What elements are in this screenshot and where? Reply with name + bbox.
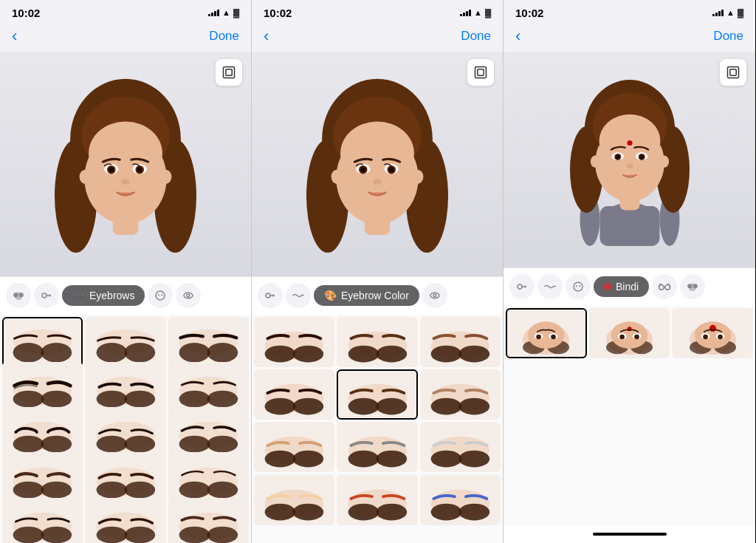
eyebrow-option-9[interactable] bbox=[2, 452, 83, 502]
tab-icon-monkey-3[interactable] bbox=[680, 274, 705, 299]
svg-point-56 bbox=[41, 481, 72, 498]
svg-point-68 bbox=[124, 527, 155, 543]
color-option-3[interactable] bbox=[254, 369, 334, 420]
done-button-1[interactable]: Done bbox=[209, 29, 239, 44]
color-option-10[interactable] bbox=[337, 474, 417, 525]
eyebrow-option-1[interactable] bbox=[85, 317, 165, 367]
svg-rect-72 bbox=[475, 67, 487, 78]
tab-icon-key-1[interactable] bbox=[34, 283, 59, 308]
svg-point-34 bbox=[179, 343, 210, 363]
status-time-3: 10:02 bbox=[515, 7, 543, 19]
eyebrow-option-7[interactable] bbox=[85, 407, 165, 457]
tab-icon-face-1[interactable] bbox=[148, 283, 173, 308]
avatar-area-1 bbox=[0, 52, 251, 276]
done-button-2[interactable]: Done bbox=[461, 29, 491, 44]
tab-icon-glasses-3[interactable] bbox=[652, 274, 677, 299]
tab-icon-eye-2[interactable] bbox=[422, 283, 447, 308]
svg-point-52 bbox=[179, 436, 210, 453]
eyebrow-svg-5 bbox=[173, 366, 244, 409]
tab-eyebrows-label: Eyebrows bbox=[89, 290, 134, 301]
tab-icon-face-3[interactable] bbox=[566, 274, 591, 299]
svg-point-152 bbox=[518, 284, 522, 289]
svg-point-15 bbox=[121, 179, 130, 185]
wifi-icon-1: ▲ bbox=[222, 8, 230, 17]
eyebrow-option-11[interactable] bbox=[168, 452, 249, 502]
eyebrow-option-0[interactable] bbox=[2, 317, 83, 367]
svg-point-106 bbox=[348, 398, 379, 415]
svg-rect-130 bbox=[730, 69, 736, 75]
svg-point-185 bbox=[703, 334, 708, 339]
back-button-1[interactable]: ‹ bbox=[12, 27, 17, 46]
eyebrow-option-2[interactable] bbox=[168, 317, 249, 367]
tab-icon-key-3[interactable] bbox=[509, 274, 535, 299]
tab-icon-eye-1[interactable] bbox=[176, 283, 201, 308]
color-option-6[interactable] bbox=[254, 422, 334, 472]
svg-point-53 bbox=[207, 436, 238, 453]
svg-point-186 bbox=[718, 334, 723, 339]
view-toggle-btn-1[interactable] bbox=[216, 59, 242, 86]
bindi-option-2[interactable] bbox=[672, 308, 753, 359]
color-option-5[interactable] bbox=[420, 369, 501, 420]
tab-icon-wave-3[interactable] bbox=[537, 274, 563, 299]
color-option-1[interactable] bbox=[337, 317, 417, 367]
eyebrow-option-8[interactable] bbox=[168, 407, 249, 457]
svg-point-104 bbox=[293, 398, 324, 415]
view-toggle-btn-3[interactable] bbox=[720, 59, 746, 86]
signal-icon-1 bbox=[208, 9, 219, 16]
svg-point-109 bbox=[431, 398, 462, 415]
svg-point-128 bbox=[458, 503, 489, 520]
color-option-0[interactable] bbox=[254, 317, 334, 367]
back-button-2[interactable]: ‹ bbox=[264, 27, 269, 46]
svg-rect-0 bbox=[224, 67, 235, 78]
svg-point-29 bbox=[41, 343, 72, 363]
eyebrow-option-10[interactable] bbox=[85, 452, 165, 502]
color-option-11[interactable] bbox=[420, 474, 501, 525]
eyebrow-option-5[interactable] bbox=[168, 362, 249, 412]
svg-point-112 bbox=[265, 451, 296, 468]
svg-point-118 bbox=[431, 451, 462, 468]
svg-rect-132 bbox=[599, 206, 659, 246]
bindi-option-1[interactable] bbox=[589, 308, 670, 359]
svg-point-164 bbox=[528, 321, 565, 349]
tab-icon-key-2[interactable] bbox=[258, 283, 283, 308]
avatar-2 bbox=[303, 75, 451, 253]
avatar-area-2 bbox=[252, 52, 503, 276]
color-option-2[interactable] bbox=[420, 317, 501, 367]
tab-bindi-active[interactable]: Bindi bbox=[594, 276, 649, 297]
view-toggle-btn-2[interactable] bbox=[467, 59, 494, 86]
color-option-4[interactable] bbox=[337, 369, 417, 420]
svg-point-44 bbox=[207, 391, 238, 408]
eyebrow-option-12[interactable] bbox=[2, 498, 83, 543]
svg-point-150 bbox=[590, 155, 599, 167]
eyebrow-option-13[interactable] bbox=[85, 498, 165, 543]
color-option-7[interactable] bbox=[337, 422, 417, 472]
bindi-option-0[interactable] bbox=[506, 308, 587, 359]
glasses-icon-3 bbox=[657, 279, 672, 294]
eyebrow-option-3[interactable] bbox=[2, 362, 83, 412]
eyebrow-svg-1 bbox=[91, 321, 161, 363]
svg-point-26 bbox=[188, 294, 190, 297]
svg-point-177 bbox=[634, 334, 639, 339]
eyebrow-option-14[interactable] bbox=[168, 498, 249, 543]
svg-point-31 bbox=[96, 343, 127, 363]
tab-eyebrow-color-active[interactable]: 🎨 Eyebrow Color bbox=[314, 285, 419, 306]
color-option-8[interactable] bbox=[420, 422, 501, 472]
avatar-1 bbox=[52, 75, 199, 253]
eyebrow-svg-0 bbox=[7, 321, 78, 363]
done-button-3[interactable]: Done bbox=[713, 29, 743, 44]
svg-point-122 bbox=[293, 503, 324, 520]
tab-icon-monkey-1[interactable] bbox=[6, 283, 31, 308]
eyebrow-option-6[interactable] bbox=[2, 407, 83, 457]
tab-eyebrows-active[interactable]: 〰️ Eyebrows bbox=[62, 285, 145, 306]
eyebrow-option-4[interactable] bbox=[85, 362, 165, 412]
eyebrow-svg-4 bbox=[91, 366, 161, 409]
back-button-3[interactable]: ‹ bbox=[515, 27, 520, 46]
eye-icon-2 bbox=[428, 289, 441, 302]
color-swatch-6 bbox=[259, 426, 329, 468]
tab-icon-wave-2[interactable] bbox=[286, 283, 311, 308]
svg-point-159 bbox=[687, 284, 692, 288]
color-option-9[interactable] bbox=[254, 474, 334, 525]
svg-point-101 bbox=[458, 345, 489, 362]
key-icon bbox=[40, 289, 53, 302]
svg-point-155 bbox=[579, 285, 580, 287]
